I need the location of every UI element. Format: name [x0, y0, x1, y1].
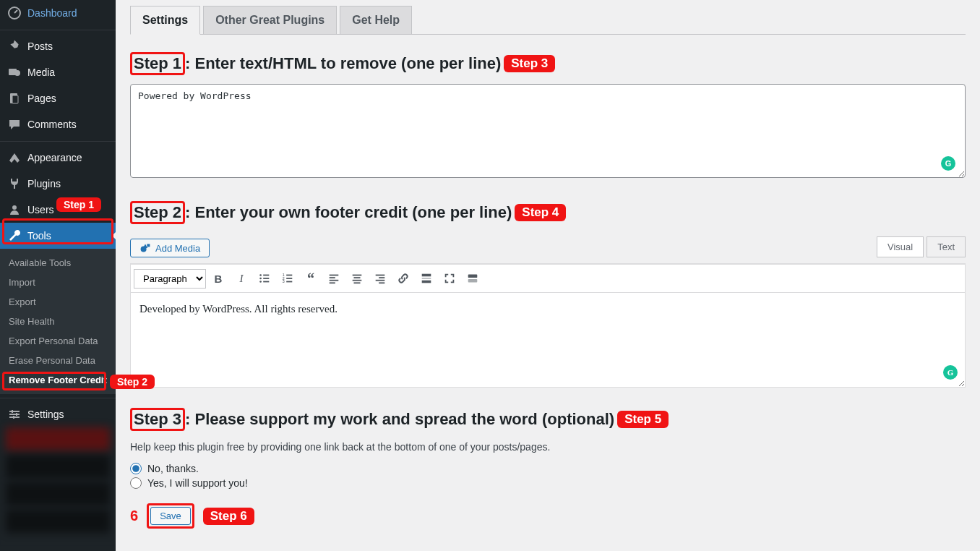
svg-rect-35 — [376, 275, 385, 276]
remove-text-textarea[interactable]: Powered by WordPress — [130, 84, 966, 178]
svg-rect-14 — [147, 244, 150, 247]
svg-rect-39 — [422, 274, 431, 277]
align-left-button[interactable] — [323, 268, 345, 289]
grammarly-icon[interactable]: G — [941, 156, 955, 171]
svg-point-6 — [12, 205, 17, 210]
menu-label: Users — [27, 204, 54, 215]
italic-button[interactable]: I — [231, 268, 252, 289]
link-button[interactable] — [392, 268, 414, 289]
menu-label: Appearance — [27, 152, 82, 163]
plugin-icon — [7, 176, 22, 191]
menu-plugins[interactable]: Plugins — [0, 171, 116, 197]
menu-posts[interactable]: Posts — [0, 33, 116, 59]
svg-text:3: 3 — [283, 279, 285, 283]
radio-yes-input[interactable] — [130, 477, 142, 489]
users-icon — [7, 202, 22, 217]
svg-rect-41 — [422, 281, 431, 283]
menu-pages[interactable]: Pages — [0, 85, 116, 111]
editor-tab-text[interactable]: Text — [927, 236, 966, 257]
svg-rect-34 — [354, 282, 361, 283]
svg-point-17 — [259, 278, 262, 280]
svg-rect-27 — [330, 275, 339, 276]
menu-dashboard[interactable]: Dashboard — [0, 0, 116, 26]
svg-rect-29 — [330, 280, 339, 281]
save-button[interactable]: Save — [150, 507, 191, 525]
submenu-erase-personal[interactable]: Erase Personal Data — [0, 351, 116, 370]
annotation-badge-step2: Step 2 — [110, 375, 155, 389]
add-media-label: Add Media — [155, 243, 200, 254]
svg-rect-20 — [263, 281, 269, 283]
menu-label: Pages — [27, 93, 56, 104]
editor-content[interactable]: Developed by WordPress. All rights reser… — [131, 293, 965, 387]
submenu-site-health[interactable]: Site Health — [0, 312, 116, 331]
radio-no-label: No, thanks. — [147, 463, 199, 474]
align-right-button[interactable] — [369, 268, 391, 289]
menu-label: Media — [27, 67, 55, 78]
svg-rect-16 — [263, 275, 269, 276]
svg-rect-33 — [353, 280, 362, 281]
main-content: Settings Other Great Plugins Get Help St… — [116, 0, 980, 551]
radio-no-thanks[interactable]: No, thanks. — [130, 463, 966, 474]
section1-heading: Step 1 : Enter text/HTML to remove (one … — [130, 52, 966, 75]
annotation-badge-step1: Step 1 — [56, 197, 101, 212]
toolbar-toggle-button[interactable] — [462, 268, 483, 289]
radio-no-input[interactable] — [130, 463, 142, 474]
svg-rect-40 — [422, 278, 431, 279]
tab-get-help[interactable]: Get Help — [340, 6, 412, 35]
radio-yes-support[interactable]: Yes, I will support you! — [130, 477, 966, 489]
menu-tools[interactable]: Tools — [0, 223, 116, 249]
svg-rect-43 — [468, 279, 478, 283]
menu-label: Dashboard — [27, 7, 77, 19]
media-icon — [7, 65, 22, 80]
svg-rect-24 — [286, 278, 292, 279]
svg-rect-11 — [16, 413, 17, 416]
fullscreen-button[interactable] — [439, 268, 460, 289]
section3-title: : Please support my work and spread the … — [185, 410, 614, 429]
align-center-button[interactable] — [346, 268, 368, 289]
menu-comments[interactable]: Comments — [0, 111, 116, 137]
menu-appearance[interactable]: Appearance — [0, 145, 116, 171]
svg-rect-22 — [286, 275, 292, 276]
grammarly-icon[interactable]: G — [943, 365, 958, 380]
tools-submenu: Available Tools Import Export Site Healt… — [0, 249, 116, 394]
tab-other-plugins[interactable]: Other Great Plugins — [203, 6, 337, 35]
svg-rect-36 — [379, 277, 384, 278]
media-add-icon — [139, 242, 151, 254]
annotation-badge-step6: Step 6 — [203, 508, 254, 525]
bold-button[interactable]: B — [207, 268, 229, 289]
menu-media[interactable]: Media — [0, 59, 116, 85]
editor-text: Developed by WordPress. All rights reser… — [139, 303, 338, 315]
editor-tab-visual[interactable]: Visual — [877, 236, 924, 257]
svg-rect-30 — [330, 282, 335, 283]
annotation-badge-step3: Step 3 — [504, 55, 555, 72]
number-list-button[interactable]: 123 — [277, 268, 298, 289]
svg-rect-26 — [286, 281, 292, 283]
save-row: 6 Save Step 6 — [130, 503, 966, 529]
svg-rect-8 — [9, 414, 20, 415]
submenu-export-personal[interactable]: Export Personal Data — [0, 331, 116, 351]
submenu-import[interactable]: Import — [0, 273, 116, 292]
format-select[interactable]: Paragraph — [134, 269, 206, 289]
bullet-list-button[interactable] — [254, 268, 275, 289]
admin-sidebar: Dashboard Posts Media Pages Comments App… — [0, 0, 116, 551]
annotation-save-box: Save — [147, 503, 194, 529]
add-media-button[interactable]: Add Media — [130, 239, 210, 257]
menu-label: Settings — [27, 409, 64, 420]
menu-label: Plugins — [27, 178, 61, 189]
nav-tabs: Settings Other Great Plugins Get Help — [130, 6, 966, 35]
radio-yes-label: Yes, I will support you! — [147, 477, 248, 489]
blockquote-button[interactable]: “ — [300, 268, 322, 289]
svg-point-15 — [259, 274, 262, 276]
submenu-remove-footer-credit[interactable]: Remove Footer Credit — [0, 370, 116, 390]
submenu-available-tools[interactable]: Available Tools — [0, 253, 116, 273]
tab-settings[interactable]: Settings — [130, 6, 200, 35]
svg-rect-31 — [353, 275, 362, 276]
annotation-step2-box: Step 2 — [130, 201, 185, 224]
svg-point-19 — [259, 281, 262, 283]
submenu-export[interactable]: Export — [0, 292, 116, 312]
pin-icon — [7, 39, 22, 54]
svg-rect-4 — [12, 95, 18, 103]
readmore-button[interactable] — [416, 268, 437, 289]
dashboard-icon — [7, 6, 22, 20]
tools-icon — [7, 228, 22, 243]
